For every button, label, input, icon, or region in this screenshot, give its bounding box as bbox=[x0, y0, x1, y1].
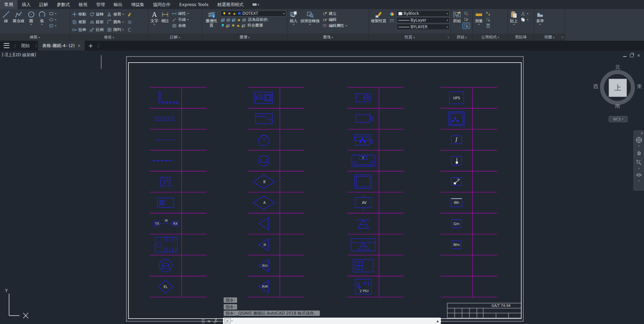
panel-label-util[interactable]: 公用程式▾ bbox=[473, 34, 507, 41]
ribbon-button-旋轉[interactable]: 旋轉 bbox=[88, 11, 105, 17]
layer-dropdown[interactable]: DOTEXT▾ bbox=[221, 10, 286, 16]
ribbon-button-groupx[interactable] bbox=[463, 11, 470, 16]
orbit-icon[interactable] bbox=[635, 170, 643, 180]
ribbon-button-seltool[interactable] bbox=[485, 11, 492, 16]
property-dropdown-ByBlock[interactable]: ByBlock▾ bbox=[396, 10, 450, 16]
tab-close-icon[interactable]: × bbox=[77, 43, 81, 48]
ribbon-collapse-button[interactable]: ▾ bbox=[253, 0, 259, 9]
pan-hand-icon[interactable] bbox=[635, 147, 643, 157]
command-prompt-caret-icon[interactable]: ▾ bbox=[231, 320, 233, 322]
ribbon-button-移動[interactable]: 移動 bbox=[71, 11, 87, 17]
layer-tools-row-1[interactable]: 設為目前的 bbox=[221, 17, 286, 22]
ribbon-button-貼上[interactable]: 貼上▾ bbox=[509, 10, 519, 27]
ribbon-button-建立[interactable]: 建立 bbox=[321, 11, 348, 16]
viewcube-west[interactable]: 西 bbox=[593, 83, 598, 90]
ribbon-button-ellipsei[interactable]: ▾ bbox=[48, 17, 58, 23]
ribbon-button-引線[interactable]: 引線▾ bbox=[171, 17, 190, 23]
command-close-icon[interactable]: × bbox=[207, 319, 211, 323]
ribbon-button-複製[interactable]: 複製 bbox=[71, 19, 87, 25]
ribbon-button-表格[interactable]: 表格 bbox=[171, 23, 190, 29]
menu-tab-1[interactable]: 插入 bbox=[17, 0, 35, 9]
ribbon-button-編輯屬性[interactable]: 編輯屬性▾ bbox=[321, 23, 348, 29]
ribbon-button-基準[interactable]: 基準▾ bbox=[535, 10, 545, 27]
menu-tab-3[interactable]: 參數式 bbox=[52, 0, 74, 9]
new-tab-button[interactable]: + bbox=[85, 41, 96, 50]
panel-label-annot[interactable]: 註解▾ bbox=[148, 34, 202, 41]
drawing-canvas[interactable]: YTXIRRXELBAIRIR/UIR/MFAV2 PSUUPSWhGmWmGA… bbox=[0, 50, 644, 324]
command-prompt-icon[interactable]: ▸ bbox=[224, 318, 231, 323]
close-icon[interactable]: × bbox=[637, 53, 640, 58]
ribbon-button-線[interactable]: 線 bbox=[1, 10, 11, 24]
minimize-icon[interactable] bbox=[623, 55, 627, 57]
linetype-list-button[interactable] bbox=[388, 17, 396, 24]
panel-label-props[interactable]: 性質▾↘ bbox=[369, 34, 451, 41]
panel-label-block[interactable]: 圖塊▾ bbox=[288, 34, 369, 41]
ribbon-button-聚合線[interactable]: 聚合線 bbox=[12, 10, 26, 24]
ribbon-button-鏡射[interactable]: 鏡射 bbox=[88, 19, 105, 25]
layer-tools-row-2[interactable]: 符合圖層 bbox=[221, 23, 286, 28]
tab-drawing-active[interactable]: 表格-圖紙-4- (2)× bbox=[38, 41, 85, 50]
panel-label-modify[interactable]: 修改▾ bbox=[70, 34, 148, 41]
ribbon-button-cutclip[interactable]: ▾ bbox=[520, 11, 529, 16]
menu-tab-8[interactable]: 協同合作 bbox=[149, 0, 175, 9]
command-input[interactable] bbox=[234, 319, 437, 323]
ribbon-button-線性[interactable]: 線性▾ bbox=[171, 11, 190, 16]
ribbon-button-測量[interactable]: 測量▾ bbox=[474, 10, 484, 27]
ribbon-button-修剪[interactable]: 修剪▾ bbox=[106, 11, 125, 17]
zoom-extents-icon[interactable] bbox=[635, 157, 643, 168]
ribbon-button-explode[interactable] bbox=[126, 19, 133, 25]
navbar-close-icon[interactable]: × bbox=[640, 132, 643, 135]
menu-tab-4[interactable]: 檢視 bbox=[74, 0, 92, 9]
panel-label-draw[interactable]: 繪製▾ bbox=[0, 34, 70, 41]
ribbon-button-erase[interactable] bbox=[126, 11, 133, 17]
ribbon-button-copyclip[interactable]: ▾ bbox=[520, 17, 529, 23]
wcs-dropdown[interactable]: WCS▾ bbox=[609, 116, 628, 122]
ribbon-button-圖層性質[interactable]: 圖層性質 bbox=[203, 10, 220, 28]
ribbon-button-圓[interactable]: 圓▾ bbox=[26, 10, 36, 27]
menu-tab-0[interactable]: 常用 bbox=[0, 0, 17, 9]
ribbon-button-groupedit[interactable] bbox=[463, 17, 470, 23]
panel-label-group[interactable]: 群組▾ bbox=[451, 34, 472, 41]
color-wheel-button[interactable] bbox=[388, 11, 396, 17]
ribbon-button-群組[interactable]: 群組 bbox=[452, 10, 462, 24]
menu-tab-5[interactable]: 管理 bbox=[92, 0, 109, 9]
ribbon-button-插入[interactable]: 插入▾ bbox=[289, 10, 299, 27]
steering-wheel-icon[interactable] bbox=[635, 135, 643, 145]
ribbon-button-拉伸[interactable]: 拉伸 bbox=[71, 27, 87, 33]
menu-tab-2[interactable]: 註解 bbox=[35, 0, 52, 9]
command-bar-grip[interactable] bbox=[202, 319, 204, 323]
viewport-controls-label[interactable]: [-][上][2D 線架構] bbox=[2, 52, 36, 58]
restore-icon[interactable] bbox=[630, 54, 634, 57]
command-customize-wrench-icon[interactable] bbox=[214, 318, 218, 324]
ribbon-button-複製性質[interactable]: 複製性質 bbox=[370, 10, 387, 24]
ribbon-button-標註[interactable]: 標註 bbox=[160, 10, 170, 24]
command-expand-icon[interactable]: ▲ bbox=[437, 319, 440, 323]
panel-label-layers[interactable]: 圖層▾ bbox=[202, 34, 287, 41]
panel-label-clip[interactable]: 剪貼簿 bbox=[508, 34, 534, 41]
ribbon-button-groupsel[interactable] bbox=[463, 23, 470, 29]
menu-tab-9[interactable]: Express Tools bbox=[175, 0, 213, 9]
ribbon-button-弧[interactable]: 弧▾ bbox=[37, 10, 47, 27]
ribbon-button-陣列[interactable]: 陣列▾ bbox=[106, 27, 125, 33]
menu-tab-6[interactable]: 輸出 bbox=[109, 0, 127, 9]
ribbon-button-recti[interactable]: ▾ bbox=[48, 11, 58, 16]
viewcube-east[interactable]: 東 bbox=[637, 83, 642, 90]
ribbon-button-hatch[interactable]: ▾ bbox=[48, 23, 58, 29]
menu-tab-7[interactable]: 增益集 bbox=[127, 0, 149, 9]
ribbon-button-比例[interactable]: 比例 bbox=[88, 27, 105, 33]
property-dropdown-BYLAYER[interactable]: BYLAYER▾ bbox=[396, 24, 450, 30]
ribbon-button-文字[interactable]: A文字▾ bbox=[149, 10, 159, 27]
property-dropdown-ByLayer[interactable]: ByLayer▾ bbox=[396, 17, 450, 23]
ribbon-button-圓角[interactable]: 圓角▾ bbox=[106, 19, 125, 25]
hamburger-menu-icon[interactable] bbox=[0, 41, 13, 50]
command-line-bar[interactable]: ▸ ▾ ▲ bbox=[223, 318, 441, 324]
ribbon-button-join[interactable] bbox=[126, 27, 133, 33]
ribbon-button-calc[interactable] bbox=[485, 23, 492, 29]
viewcube-north[interactable]: 北 bbox=[615, 64, 620, 70]
ribbon-button-greensel[interactable] bbox=[485, 17, 492, 23]
tab-start[interactable]: 開始 bbox=[17, 41, 34, 50]
ribbon-button-編輯[interactable]: 編輯 bbox=[321, 17, 348, 23]
viewcube-south[interactable]: 南 bbox=[615, 103, 620, 109]
menu-tab-10[interactable]: 精選應用程式 bbox=[213, 0, 248, 9]
ribbon-button-偵測並轉換[interactable]: 偵測並轉換▾ bbox=[299, 10, 321, 27]
